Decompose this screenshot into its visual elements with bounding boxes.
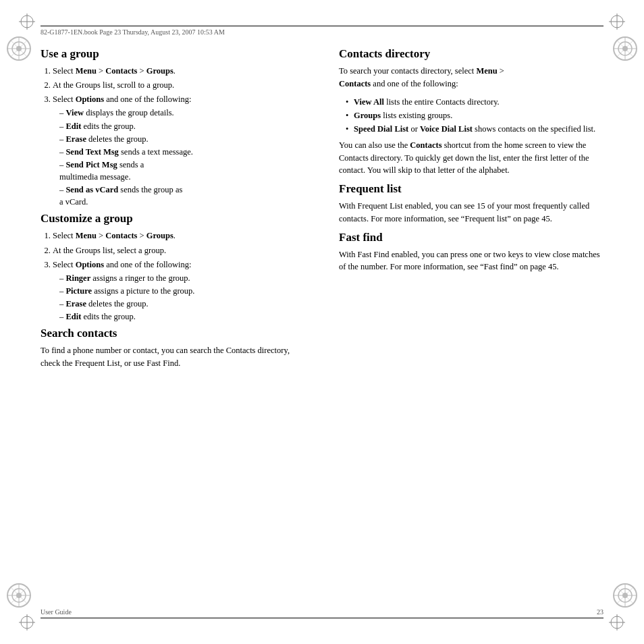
section-contacts-directory: Contacts directory To search your contac… — [339, 47, 603, 177]
sub-edit: Edit edits the group. — [59, 120, 305, 132]
sub-erase: Erase deletes the group. — [59, 133, 305, 145]
footer-bar: User Guide 23 — [41, 608, 603, 618]
right-column: Contacts directory To search your contac… — [332, 47, 603, 597]
fast-find-para: With Fast Find enabled, you can press on… — [339, 248, 603, 274]
cust-sub-picture: Picture assigns a picture to the group. — [59, 285, 305, 297]
reg-mark-top-right — [609, 14, 625, 30]
cust-step-3: Select Options and one of the following:… — [53, 259, 305, 323]
bullet-view-all: View All lists the entire Contacts direc… — [346, 96, 603, 108]
left-column: Use a group Select Menu > Contacts > Gro… — [41, 47, 312, 597]
section-frequent-list: Frequent list With Frequent List enabled… — [339, 182, 603, 225]
sub-send-text: Send Text Msg sends a text message. — [59, 146, 305, 158]
customize-a-group-title: Customize a group — [41, 212, 305, 225]
section-search-contacts: Search contacts To find a phone number o… — [41, 327, 305, 370]
target-large-bottom-left — [5, 582, 32, 609]
header-bar: 82-G1877-1EN.book Page 23 Thursday, Augu… — [41, 26, 603, 36]
page: 82-G1877-1EN.book Page 23 Thursday, Augu… — [0, 0, 644, 644]
target-large-top-right — [612, 35, 639, 62]
reg-mark-bottom-right — [609, 614, 625, 630]
search-contacts-para: To find a phone number or contact, you c… — [41, 344, 305, 370]
use-a-group-title: Use a group — [41, 47, 305, 61]
cust-step-3-sub-list: Ringer assigns a ringer to the group. Pi… — [59, 272, 305, 323]
header-text: 82-G1877-1EN.book Page 23 Thursday, Augu… — [41, 28, 225, 36]
cust-sub-erase: Erase deletes the group. — [59, 298, 305, 310]
sub-send-pict: Send Pict Msg sends amultimedia message. — [59, 159, 305, 183]
section-customize-a-group: Customize a group Select Menu > Contacts… — [41, 212, 305, 323]
frequent-list-title: Frequent list — [339, 182, 603, 196]
use-a-group-steps: Select Menu > Contacts > Groups. At the … — [53, 65, 305, 208]
reg-mark-top-left — [19, 14, 35, 30]
step-3: Select Options and one of the following:… — [53, 93, 305, 208]
fast-find-title: Fast find — [339, 231, 603, 244]
footer-right: 23 — [597, 608, 603, 616]
section-fast-find: Fast find With Fast Find enabled, you ca… — [339, 231, 603, 274]
target-large-top-left — [5, 35, 32, 62]
contacts-directory-title: Contacts directory — [339, 47, 603, 61]
reg-mark-bottom-left — [19, 614, 35, 630]
cust-sub-edit: Edit edits the group. — [59, 311, 305, 323]
bullet-groups: Groups lists existing groups. — [346, 109, 603, 122]
contacts-directory-intro: To search your contacts directory, selec… — [339, 65, 603, 90]
section-use-a-group: Use a group Select Menu > Contacts > Gro… — [41, 47, 305, 208]
frequent-list-para: With Frequent List enabled, you can see … — [339, 200, 603, 225]
contacts-directory-para: You can also use the Contacts shortcut f… — [339, 139, 603, 177]
cust-step-2: At the Groups list, select a group. — [53, 244, 305, 257]
target-large-bottom-right — [612, 582, 639, 609]
footer-left: User Guide — [41, 608, 72, 616]
search-contacts-title: Search contacts — [41, 327, 305, 340]
bullet-speed-dial: Speed Dial List or Voice Dial List shows… — [346, 123, 603, 135]
step-2: At the Groups list, scroll to a group. — [53, 79, 305, 91]
main-content: Use a group Select Menu > Contacts > Gro… — [41, 47, 603, 597]
sub-view: View displays the group details. — [59, 107, 305, 119]
sub-send-vcard: Send as vCard sends the group asa vCard. — [59, 184, 305, 208]
contacts-directory-bullets: View All lists the entire Contacts direc… — [346, 96, 603, 135]
cust-step-1: Select Menu > Contacts > Groups. — [53, 230, 305, 242]
cust-sub-ringer: Ringer assigns a ringer to the group. — [59, 272, 305, 284]
customize-a-group-steps: Select Menu > Contacts > Groups. At the … — [53, 230, 305, 323]
step-1: Select Menu > Contacts > Groups. — [53, 65, 305, 77]
step-3-sub-list: View displays the group details. Edit ed… — [59, 107, 305, 208]
